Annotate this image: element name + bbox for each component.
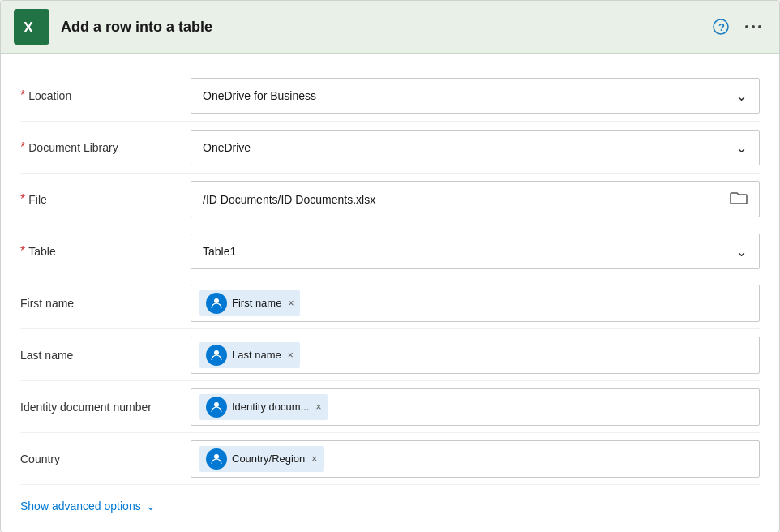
document-library-required-star: * [20,140,25,154]
file-label-col: *File [20,192,191,207]
excel-icon: X [14,9,49,45]
identity-doc-label-col: Identity document number [20,400,191,414]
form-body: *Location OneDrive for Business ⌄ *Docum… [1,54,779,532]
location-dropdown[interactable]: OneDrive for Business ⌄ [191,78,760,114]
country-tag: Country/Region × [199,446,324,472]
svg-point-6 [758,25,761,28]
svg-point-4 [745,25,748,28]
last-name-tag-text: Last name [232,349,281,361]
identity-doc-label: Identity document number [20,401,152,414]
last-name-row: Last name Last name × [20,329,760,381]
country-tag-icon [206,448,227,470]
file-value: /ID Documents/ID Documents.xlsx [203,193,375,206]
svg-point-8 [214,350,219,355]
identity-doc-row: Identity document number Identity docum.… [20,381,760,433]
last-name-tag-field[interactable]: Last name × [191,337,760,374]
help-button[interactable]: ? [708,14,734,40]
identity-doc-tag-field[interactable]: Identity docum... × [191,388,760,426]
file-input-col: /ID Documents/ID Documents.xlsx [191,181,760,217]
last-name-tag-icon [206,345,227,366]
country-tag-text: Country/Region [232,453,305,465]
first-name-tag: First name × [199,290,300,316]
country-tag-field[interactable]: Country/Region × [191,440,760,478]
svg-point-10 [214,454,219,459]
file-label: File [28,193,47,206]
country-row: Country Country/Region × [20,433,760,485]
document-library-row: *Document Library OneDrive ⌄ [20,122,760,174]
header-actions: ? [708,14,766,40]
svg-text:?: ? [718,21,725,33]
table-input-col: Table1 ⌄ [191,234,760,269]
show-advanced-chevron-icon: ⌄ [146,500,156,513]
country-tag-close[interactable]: × [311,453,317,465]
identity-doc-tag: Identity docum... × [199,394,328,420]
file-row: *File /ID Documents/ID Documents.xlsx [20,174,760,225]
location-label-col: *Location [20,88,191,103]
svg-text:X: X [24,19,33,36]
document-library-value: OneDrive [203,141,251,154]
last-name-input-col: Last name × [191,337,760,374]
country-input-col: Country/Region × [191,440,760,478]
first-name-tag-icon [206,293,227,314]
header: X Add a row into a table ? [1,1,779,54]
table-dropdown[interactable]: Table1 ⌄ [191,234,760,269]
location-chevron-icon: ⌄ [735,87,748,105]
table-chevron-icon: ⌄ [735,242,748,260]
last-name-label-col: Last name [20,348,191,363]
country-label-col: Country [20,452,191,466]
table-label-col: *Table [20,244,191,259]
file-folder-icon [730,190,748,208]
file-picker[interactable]: /ID Documents/ID Documents.xlsx [191,181,760,217]
first-name-tag-text: First name [232,297,281,309]
first-name-row: First name First name × [20,277,760,329]
table-label: Table [28,245,55,258]
document-library-label: Document Library [28,141,118,154]
document-library-chevron-icon: ⌄ [735,139,748,157]
location-input-col: OneDrive for Business ⌄ [191,78,760,114]
svg-point-7 [214,298,219,303]
first-name-input-col: First name × [191,285,760,322]
table-value: Table1 [203,245,236,258]
page-title: Add a row into a table [61,19,696,36]
document-library-dropdown[interactable]: OneDrive ⌄ [191,130,760,165]
location-value: OneDrive for Business [203,89,316,102]
show-advanced-options[interactable]: Show advanced options ⌄ [20,500,760,513]
document-library-input-col: OneDrive ⌄ [191,130,760,165]
file-required-star: * [20,192,25,206]
svg-point-5 [752,25,755,28]
document-library-label-col: *Document Library [20,140,191,155]
location-label: Location [28,89,71,102]
last-name-label: Last name [20,349,73,362]
last-name-tag-close[interactable]: × [288,350,294,361]
svg-point-9 [214,402,219,407]
first-name-label: First name [20,297,74,310]
last-name-tag: Last name × [199,342,300,368]
main-card: X Add a row into a table ? [0,0,780,532]
more-options-button[interactable] [740,14,766,40]
location-required-star: * [20,88,25,102]
first-name-label-col: First name [20,296,191,311]
table-row: *Table Table1 ⌄ [20,225,760,277]
first-name-tag-close[interactable]: × [288,298,294,309]
country-label: Country [20,453,60,466]
location-row: *Location OneDrive for Business ⌄ [20,70,760,122]
identity-doc-tag-close[interactable]: × [315,401,321,413]
identity-doc-input-col: Identity docum... × [191,388,760,426]
first-name-tag-field[interactable]: First name × [191,285,760,322]
show-advanced-label: Show advanced options [20,500,141,513]
identity-doc-tag-text: Identity docum... [232,401,309,413]
identity-doc-tag-icon [206,397,227,418]
table-required-star: * [20,244,25,258]
